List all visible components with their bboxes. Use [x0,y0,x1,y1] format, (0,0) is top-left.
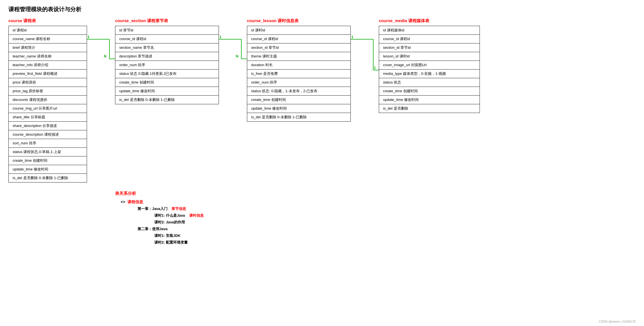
table-row: create_time 创建时间 [115,78,219,87]
hierarchy-text: 课时1: 安装JDK [154,233,180,238]
page-title: 课程管理模块的表设计与分析 [8,6,636,13]
section-table-body: id 章节id course_id 课程id section_name 章节名 … [115,26,219,104]
table-row: is_del 是否删除 0-未删除 1-已删除 [247,113,350,121]
hierarchy-text: 课时1: 什么是Java [154,213,185,218]
table-row: brief 课程简介 [9,43,87,52]
table-row: status 课程状态,0-草稿,1-上架 [9,148,87,156]
table-row: theme 课时主题 [247,52,350,61]
table-row: preview_first_field 课程概述 [9,70,87,78]
hierarchy-text: 第二章：使用Java [137,227,168,231]
table-row: create_time 创建时间 [247,96,350,104]
media-table-body: id 课程媒体id course_id 课程id section_id 章节id… [379,26,480,113]
hierarchy-level3-1: 课时1: 什么是Java 课时信息 [121,213,636,218]
table-row: update_time 修改时间 [247,104,350,113]
hierarchy-text: 第一章：Java入门 [137,207,168,211]
table-row: course_id 课程id [115,35,219,43]
table-row: price_tag 原价标签 [9,87,87,96]
table-row: course_id 课程id [379,35,480,43]
table-row: id 课时id [247,26,350,35]
table-row: id 课程id [9,26,87,35]
hierarchy-level3-2: 课时2: Java的作用 [121,220,636,225]
hierarchy-level1-red: 课程信息 [127,200,143,204]
hierarchy-container: <> 课程信息 第一章：Java入门 章节信息 课时1: 什么是Java 课时信… [115,200,636,245]
table-row: update_time 修改时间 [379,96,480,104]
course-table-body: id 课程id course_name 课程名称 brief 课程简介 teac… [8,26,87,182]
table-row: order_num 排序 [247,78,350,87]
table-course: course 课程表 id 课程id course_name 课程名称 brie… [8,18,87,182]
table-row: is_del 是否删除 0-未删除 1-已删除 [115,96,219,104]
table-row: course_description 课程描述 [9,130,87,139]
table-row: price 课程原价 [9,78,87,87]
svg-text:1: 1 [351,35,353,39]
table-row: is_del 是否删除 [379,104,480,113]
table-course-title: course 课程表 [8,18,36,24]
table-media-title: course_media 课程媒体表 [379,18,429,24]
table-row: status 状态: 0-隐藏，1-未发布，2-已发布 [247,87,350,96]
table-row: section_id 章节id [379,43,480,52]
table-row: cover_image_url 封面图Url [379,61,480,70]
table-row: course_img_url 分享图片url [9,104,87,113]
table-row: is_free 是否免费 [247,70,350,78]
table-row: update_time 修改时间 [115,87,219,96]
table-row: teacher_name 讲师名称 [9,52,87,61]
hierarchy-red: 章节信息 [171,207,186,211]
lesson-table-body: id 课时id course_id 课程id section_id 章节id t… [247,26,351,122]
svg-text:N: N [236,54,238,58]
table-row: status 状态 [379,78,480,87]
table-row: create_time 创建时间 [379,87,480,96]
svg-text:1: 1 [374,66,376,70]
table-row: discounts 课程优惠价 [9,96,87,104]
table-course-section: course_section 课程章节表 id 章节id course_id 课… [115,18,219,104]
table-row: id 章节id [115,26,219,35]
watermark: CSDN @weixin_41596178 [599,320,636,323]
hierarchy-level1-text: <> [121,200,125,204]
table-row: update_time 修改时间 [9,165,87,174]
hierarchy-level1: <> 课程信息 [121,200,636,205]
table-section-title: course_section 课程章节表 [115,18,168,24]
svg-text:N: N [104,54,106,58]
svg-text:1: 1 [219,35,221,39]
table-row: create_time 创建时间 [9,156,87,165]
table-row: lesson_id 课时id [379,52,480,61]
table-row: course_id 课程id [247,35,350,43]
table-row: is_del 是否删除 0-未删除 1-已删除 [9,174,87,182]
table-course-media: course_media 课程媒体表 id 课程媒体id course_id 课… [379,18,480,113]
table-row: status 状态 0:隐藏 1待更新,2已发布 [115,70,219,78]
table-row: teacher_info 讲师介绍 [9,61,87,70]
table-row: course_name 课程名称 [9,35,87,43]
table-row: section_id 章节id [247,43,350,52]
hierarchy-level3-3: 课时1: 安装JDK [121,233,636,238]
table-row: section_name 章节名 [115,43,219,52]
svg-text:1: 1 [88,35,90,39]
table-row: share_description 分享描述 [9,122,87,130]
hierarchy-text: 课时2: 配置环境变量 [154,240,188,244]
hierarchy-red: 课时信息 [189,213,204,218]
table-row: order_num 排序 [115,61,219,70]
table-row: description 章节描述 [115,52,219,61]
hierarchy-level3-4: 课时2: 配置环境变量 [121,240,636,245]
table-row: share_title 分享标题 [9,113,87,122]
table-row: id 课程媒体id [379,26,480,35]
table-row: media_type 媒体类型，0-音频，1-视频 [379,70,480,78]
hierarchy-text: 课时2: Java的作用 [154,220,185,224]
relation-analysis-title: 表关系分析 [115,191,636,196]
table-row: duration 时长 [247,61,350,70]
hierarchy-level2-2: 第二章：使用Java [121,226,636,232]
table-course-lesson: course_lesson 课时信息表 id 课时id course_id 课程… [247,18,351,122]
hierarchy-level2-1: 第一章：Java入门 章节信息 [121,206,636,211]
table-row: sort_num 排序 [9,139,87,148]
table-lesson-title: course_lesson 课时信息表 [247,18,299,24]
